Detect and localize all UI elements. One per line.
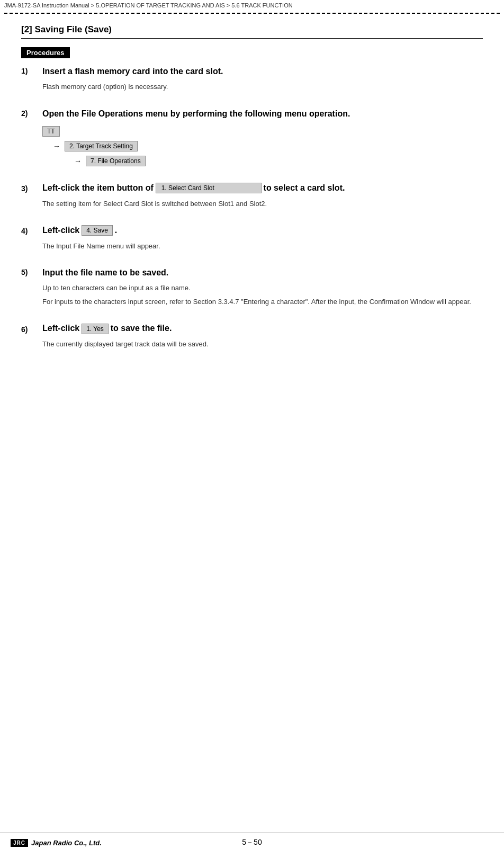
step-1-heading: Insert a flash memory card into the card…: [42, 66, 223, 77]
step-2-heading: Open the File Operations menu by perform…: [42, 108, 350, 120]
step-6-number: 6): [21, 324, 42, 334]
file-operations-button[interactable]: 7. File Operations: [86, 156, 146, 166]
step-3-text: The setting item for Select Card Slot is…: [42, 199, 483, 209]
step-6-heading-prefix: Left-click: [42, 323, 79, 334]
company-name: Japan Radio Co., Ltd.: [31, 839, 102, 847]
select-card-slot-button[interactable]: 1. Select Card Slot: [156, 183, 262, 193]
step-5-heading: Input the file name to be saved.: [42, 267, 168, 279]
menu-row-2: → 2. Target Track Setting: [42, 141, 483, 151]
menu-diagram: TT → 2. Target Track Setting → 7. File O…: [42, 126, 483, 166]
step-5-text-2: For inputs to the characters input scree…: [42, 297, 483, 307]
main-content: [2] Saving File (Save) Procedures 1) Ins…: [0, 14, 504, 376]
yes-button[interactable]: 1. Yes: [82, 324, 109, 334]
step-5-text-1: Up to ten characters can be input as a f…: [42, 283, 483, 293]
section-title: [2] Saving File (Save): [21, 24, 483, 39]
step-3-number: 3): [21, 183, 42, 193]
step-6-body: The currently displayed target track dat…: [42, 339, 483, 350]
step-5-body: Up to ten characters can be input as a f…: [42, 283, 483, 307]
step-3: 3) Left-click the item button of 1. Sele…: [21, 182, 483, 209]
step-2-body: TT → 2. Target Track Setting → 7. File O…: [42, 126, 483, 166]
step-1-number: 1): [21, 66, 42, 75]
step-4-heading-suffix: .: [115, 225, 117, 236]
tt-button[interactable]: TT: [42, 126, 60, 137]
procedures-badge: Procedures: [21, 47, 70, 58]
menu-row-1: TT: [42, 126, 483, 137]
step-4-heading-prefix: Left-click: [42, 225, 79, 236]
step-4-body: The Input File Name menu will appear.: [42, 241, 483, 252]
step-6-heading-suffix: to save the file.: [111, 323, 172, 334]
step-1: 1) Insert a flash memory card into the c…: [21, 66, 483, 92]
step-1-body: Flash memory card (option) is necessary.: [42, 82, 483, 92]
save-button[interactable]: 4. Save: [82, 225, 113, 236]
menu-row-3: → 7. File Operations: [42, 156, 483, 166]
arrow-1: →: [53, 142, 60, 150]
breadcrumb: JMA-9172-SA Instruction Manual > 5.OPERA…: [0, 0, 504, 11]
step-2-number: 2): [21, 108, 42, 118]
step-1-text: Flash memory card (option) is necessary.: [42, 82, 483, 92]
step-3-body: The setting item for Select Card Slot is…: [42, 199, 483, 209]
step-4-text: The Input File Name menu will appear.: [42, 241, 483, 252]
step-5-number: 5): [21, 267, 42, 276]
footer: JRC Japan Radio Co., Ltd. 5－50: [0, 832, 504, 847]
step-3-heading-suffix: to select a card slot.: [264, 182, 345, 194]
footer-left: JRC Japan Radio Co., Ltd.: [11, 839, 102, 847]
step-6-text: The currently displayed target track dat…: [42, 339, 483, 350]
jrc-logo: JRC: [11, 839, 28, 847]
step-4-number: 4): [21, 226, 42, 235]
page-number: 5－50: [242, 838, 262, 847]
arrow-2: →: [74, 157, 82, 165]
step-4: 4) Left-click 4. Save . The Input File N…: [21, 225, 483, 251]
step-6: 6) Left-click 1. Yes to save the file. T…: [21, 323, 483, 349]
step-5: 5) Input the file name to be saved. Up t…: [21, 267, 483, 307]
target-track-button[interactable]: 2. Target Track Setting: [65, 141, 138, 151]
step-3-heading-prefix: Left-click the item button of: [42, 182, 154, 194]
step-2: 2) Open the File Operations menu by perf…: [21, 108, 483, 166]
